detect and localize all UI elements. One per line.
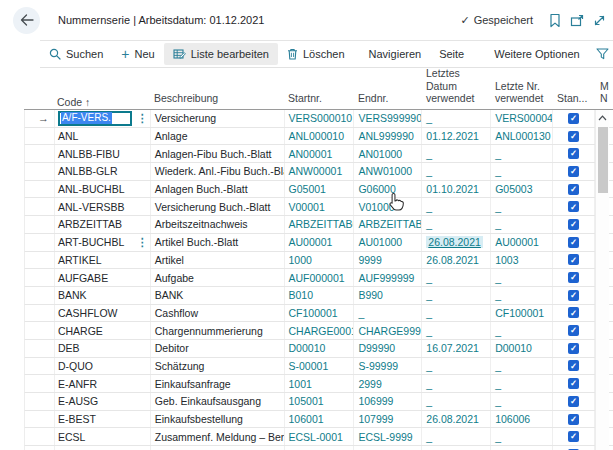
last-date-value[interactable]: 01.10.2021	[426, 183, 479, 195]
cell-description[interactable]: Anlagen-Fibu Buch.-Blatt	[151, 145, 285, 162]
cell-last-date-used[interactable]: 16.07.2021	[422, 340, 491, 357]
cell-code[interactable]: ARTIKEL	[55, 252, 135, 269]
cell-code[interactable]: ANL-VERSBB	[55, 198, 135, 215]
cell-description[interactable]	[151, 446, 285, 450]
back-button[interactable]	[13, 7, 40, 34]
cell-standard[interactable]: ✓	[553, 163, 595, 180]
cell-last-date-used[interactable]: _	[422, 375, 491, 392]
cell-code[interactable]	[55, 446, 135, 450]
code-edit-box[interactable]: A/F-VERS.	[58, 111, 132, 126]
row-selector-cell[interactable]	[25, 163, 55, 180]
cell-end-no[interactable]	[354, 446, 422, 450]
cell-end-no[interactable]: 107999	[354, 411, 422, 428]
cell-last-date-used[interactable]: _	[422, 269, 491, 286]
cell-code[interactable]: A/F-VERS.	[55, 110, 135, 127]
cell-code[interactable]: ARBZEITTAB	[55, 216, 135, 233]
cell-start-no[interactable]: G05001	[285, 181, 355, 198]
cell-start-no[interactable]: 1000	[285, 252, 355, 269]
cell-code[interactable]: CASHFLOW	[55, 305, 135, 322]
cell-end-no[interactable]: ANW01000	[354, 163, 422, 180]
cell-last-no-used[interactable]: VERS000040	[491, 110, 553, 127]
cell-description[interactable]: Aufgabe	[151, 269, 285, 286]
cell-start-no[interactable]	[285, 446, 355, 450]
cell-code[interactable]: D-QUO	[55, 358, 135, 375]
cell-code[interactable]: ECSL	[55, 428, 135, 445]
cell-start-no[interactable]: CHARGE0001	[285, 322, 355, 339]
cell-code[interactable]: AUFGABE	[55, 269, 135, 286]
cell-last-no-used[interactable]: _	[491, 375, 553, 392]
cell-code[interactable]: E-AUSG	[55, 393, 135, 410]
cell-standard[interactable]: ✓	[553, 145, 595, 162]
last-date-value[interactable]: 16.07.2021	[426, 342, 479, 354]
last-date-value[interactable]: _	[426, 395, 432, 407]
cell-last-date-used[interactable]: _	[422, 322, 491, 339]
edit-list-button[interactable]: Liste bearbeiten	[164, 43, 278, 65]
header-description[interactable]: Beschreibung	[150, 92, 284, 109]
cell-last-date-used[interactable]: _	[422, 287, 491, 304]
bookmark-button[interactable]	[549, 13, 561, 28]
cell-description[interactable]: Arbeitszeitnachweis	[151, 216, 285, 233]
row-selector-cell[interactable]	[25, 305, 55, 322]
cell-standard[interactable]: ✓	[553, 340, 595, 357]
cell-description[interactable]: BANK	[151, 287, 285, 304]
cell-end-no[interactable]: S-99999	[354, 358, 422, 375]
cell-description[interactable]: Schätzung	[151, 358, 285, 375]
cell-code[interactable]: E-ANFR	[55, 375, 135, 392]
row-selector-cell[interactable]	[25, 252, 55, 269]
row-selector-cell[interactable]	[25, 269, 55, 286]
cell-end-no[interactable]: 9999	[354, 252, 422, 269]
row-options-button[interactable]	[135, 128, 151, 145]
cell-description[interactable]: Wiederk. Anl.-Fibu Buch.-Blatt	[151, 163, 285, 180]
cell-description[interactable]: Anlage	[151, 128, 285, 145]
cell-description[interactable]: Artikel	[151, 252, 285, 269]
cell-last-no-used[interactable]: G05003	[491, 181, 553, 198]
row-options-button[interactable]	[135, 252, 151, 269]
cell-code[interactable]: ART-BUCHBL	[55, 234, 135, 251]
cell-code[interactable]: ANL-BUCHBL	[55, 181, 135, 198]
row-selector-cell[interactable]: →	[25, 110, 55, 127]
cell-description[interactable]: Einkaufsanfrage	[151, 375, 285, 392]
cell-description[interactable]: Versicherung Buch.-Blatt	[151, 198, 285, 215]
header-end-no[interactable]: Endnr.	[354, 92, 422, 109]
cell-description[interactable]: Geb. Einkaufsausgang	[151, 393, 285, 410]
last-date-value[interactable]: _	[426, 360, 432, 372]
last-date-value[interactable]: 26.08.2021	[426, 236, 483, 248]
cell-description[interactable]: Chargennummerierung	[151, 322, 285, 339]
standard-checkbox-checked[interactable]: ✓	[568, 343, 579, 354]
cell-last-date-used[interactable]: _	[422, 305, 491, 322]
row-options-button[interactable]	[135, 375, 151, 392]
cell-end-no[interactable]: ARBZEITTAB9...	[354, 216, 422, 233]
header-cutoff-column[interactable]: M N	[595, 80, 613, 109]
row-options-button[interactable]	[135, 287, 151, 304]
cell-standard[interactable]: ✓	[553, 428, 595, 445]
cell-last-no-used[interactable]: _	[491, 198, 553, 215]
cell-last-date-used[interactable]: 26.08.2021	[422, 252, 491, 269]
scrollbar-thumb[interactable]	[598, 127, 608, 193]
cell-last-date-used[interactable]: _	[422, 428, 491, 445]
row-selector-cell[interactable]	[25, 128, 55, 145]
row-options-button[interactable]	[135, 322, 151, 339]
cell-start-no[interactable]: ANL000010	[285, 128, 355, 145]
cell-standard[interactable]: ✓	[553, 393, 595, 410]
standard-checkbox-checked[interactable]: ✓	[568, 219, 579, 230]
cell-code[interactable]: ANL	[55, 128, 135, 145]
cell-end-no[interactable]: ECSL-9999	[354, 428, 422, 445]
standard-checkbox-checked[interactable]: ✓	[568, 113, 579, 124]
cell-end-no[interactable]: AU01000	[354, 234, 422, 251]
row-selector-cell[interactable]	[25, 198, 55, 215]
cell-description[interactable]: Artikel Buch.-Blatt	[151, 234, 285, 251]
vertical-scrollbar[interactable]	[595, 110, 609, 450]
cell-end-no[interactable]: AN01000	[354, 145, 422, 162]
last-date-value[interactable]: _	[426, 378, 432, 390]
header-standard[interactable]: Stan...	[553, 92, 595, 109]
cell-standard[interactable]: ✓	[553, 110, 595, 127]
cell-start-no[interactable]: 105001	[285, 393, 355, 410]
cell-end-no[interactable]: 106999	[354, 393, 422, 410]
cell-last-no-used[interactable]: _	[491, 269, 553, 286]
standard-checkbox-checked[interactable]: ✓	[568, 254, 579, 265]
cell-code[interactable]: DEB	[55, 340, 135, 357]
cell-end-no[interactable]: D99990	[354, 340, 422, 357]
cell-last-date-used[interactable]: _	[422, 393, 491, 410]
last-date-value[interactable]: _	[426, 289, 432, 301]
cell-last-no-used[interactable]: _	[491, 216, 553, 233]
